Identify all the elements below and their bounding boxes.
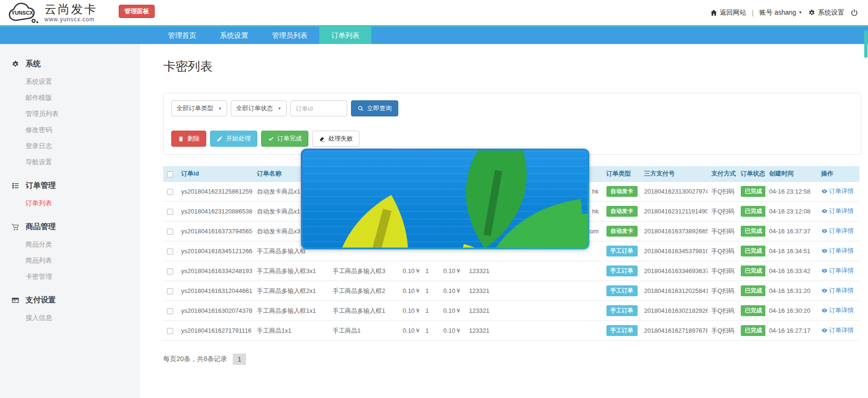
- contact-cell: 123321: [465, 261, 602, 281]
- logout-button[interactable]: [850, 9, 859, 17]
- row-checkbox[interactable]: [167, 189, 173, 195]
- order-detail-link[interactable]: 订单详情: [821, 227, 854, 235]
- search-button[interactable]: 立即查询: [351, 100, 398, 116]
- pay-no-cell: 2018041616334693637: [640, 261, 708, 281]
- action-cell: 订单详情: [817, 221, 859, 241]
- home-icon: [710, 9, 718, 17]
- status-cell: 已完成: [737, 182, 765, 202]
- sidebar-item-login-log[interactable]: 登录日志: [0, 138, 140, 154]
- qty-cell: 1: [421, 281, 438, 301]
- order-type-cell: 手工订单: [603, 241, 640, 261]
- sidebar-item-mail-template[interactable]: 邮件模版: [0, 90, 140, 106]
- row-checkbox[interactable]: [167, 248, 173, 255]
- account-dropdown[interactable]: 账号 ashang ▼: [759, 9, 802, 17]
- pay-way-cell: 手Q扫码: [708, 261, 737, 281]
- row-checkbox[interactable]: [167, 328, 173, 334]
- select-all-checkbox[interactable]: [167, 171, 173, 177]
- pay-way-cell: 手Q扫码: [708, 221, 737, 241]
- col-order-type: 订单类型: [603, 166, 640, 182]
- order-detail-link[interactable]: 订单详情: [821, 286, 854, 295]
- status-cell: 已完成: [737, 281, 765, 301]
- brand-logo[interactable]: YUNSCX 云尚发卡 www.yunscx.com: [7, 1, 97, 24]
- start-processing-button[interactable]: 开始处理: [210, 131, 257, 147]
- order-detail-link[interactable]: 订单详情: [821, 306, 854, 315]
- action-cell: 订单详情: [817, 321, 859, 341]
- list-icon: [11, 182, 19, 190]
- qty-cell: 1: [421, 261, 438, 281]
- pay-no-cell: 2018041616373892665: [640, 221, 708, 241]
- order-detail-label: 订单详情: [829, 326, 854, 335]
- sidebar-item-system-settings[interactable]: 系统设置: [0, 74, 140, 90]
- sidebar-item-product-list[interactable]: 商品列表: [0, 253, 140, 269]
- order-status-select[interactable]: 全部订单状态 ▼: [231, 100, 287, 116]
- sidebar-section-title-system[interactable]: 系统: [0, 55, 140, 74]
- sidebar-item-nav-settings[interactable]: 导航设置: [0, 154, 140, 170]
- pay-no-cell: 2018041616271897678: [640, 321, 708, 341]
- order-type-badge: 自动发卡: [606, 206, 638, 217]
- sidebar-item-card-management[interactable]: 卡密管理: [0, 269, 140, 285]
- order-detail-label: 订单详情: [829, 187, 854, 195]
- back-to-site-link[interactable]: 返回网站: [710, 9, 746, 17]
- row-checkbox[interactable]: [167, 229, 173, 235]
- sidebar-section-title-products[interactable]: 商品管理: [0, 218, 140, 237]
- process-failed-button[interactable]: 处理失败: [312, 131, 359, 147]
- sidebar-item-access-info[interactable]: 接入信息: [0, 310, 140, 326]
- price-cell: 0.10￥: [399, 281, 421, 301]
- nav-tab-admin-list[interactable]: 管理员列表: [260, 27, 319, 44]
- qty-cell: 1: [421, 321, 438, 341]
- order-detail-link[interactable]: 订单详情: [821, 207, 854, 215]
- account-label: 账号 ashang: [759, 9, 796, 17]
- order-complete-button[interactable]: 订单完成: [261, 131, 308, 147]
- sidebar-section-label: 系统: [26, 59, 41, 69]
- page-number-1[interactable]: 1: [233, 354, 246, 365]
- gear-icon: [808, 9, 815, 17]
- status-badge: 已完成: [741, 246, 765, 256]
- action-cell: 订单详情: [817, 261, 859, 281]
- order-detail-link[interactable]: 订单详情: [821, 326, 854, 335]
- order-id-input[interactable]: [290, 100, 347, 116]
- order-type-select-value: 全部订单类型: [176, 104, 213, 113]
- eye-icon: [821, 267, 828, 274]
- qty-cell: 1: [421, 301, 438, 321]
- order-detail-link[interactable]: 订单详情: [821, 247, 854, 255]
- header-actions: 返回网站 | 账号 ashang ▼ 系统设置: [710, 9, 859, 17]
- filter-row: 全部订单类型 ▼ 全部订单状态 ▼ 立即查询: [171, 100, 853, 116]
- nav-tab-order-list[interactable]: 订单列表: [319, 27, 371, 44]
- order-detail-label: 订单详情: [829, 306, 854, 315]
- row-checkbox[interactable]: [167, 308, 173, 314]
- scrollbar-thumb[interactable]: [864, 30, 868, 58]
- chevron-down-icon: ▼: [278, 106, 281, 111]
- status-cell: 已完成: [737, 321, 765, 341]
- col-order-id: 订单id: [177, 166, 253, 182]
- page-title: 卡密列表: [163, 58, 868, 75]
- order-name-cell: 手工商品多输入框3x1: [253, 261, 329, 281]
- system-settings-link[interactable]: 系统设置: [808, 9, 844, 17]
- sidebar-section-title-payment[interactable]: 支付设置: [0, 292, 140, 310]
- sidebar-item-change-password[interactable]: 修改密码: [0, 122, 140, 138]
- pencil-icon: [217, 136, 223, 142]
- order-type-badge: 自动发卡: [606, 226, 638, 237]
- order-detail-link[interactable]: 订单详情: [821, 187, 854, 195]
- order-status-select-value: 全部订单状态: [236, 104, 273, 113]
- row-checkbox[interactable]: [167, 268, 173, 274]
- order-type-badge: 手工订单: [606, 325, 638, 336]
- paid-cell: 0.10￥: [438, 301, 465, 321]
- sidebar-item-admin-list[interactable]: 管理员列表: [0, 106, 140, 122]
- delete-button[interactable]: 删除: [171, 131, 206, 147]
- nav-tab-system-settings[interactable]: 系统设置: [208, 27, 260, 44]
- order-detail-link[interactable]: 订单详情: [821, 266, 854, 275]
- action-cell: 订单详情: [817, 241, 859, 261]
- sidebar-section-title-orders[interactable]: 订单管理: [0, 177, 140, 195]
- nav-tab-dashboard[interactable]: 管理首页: [156, 27, 208, 44]
- sidebar-item-order-list[interactable]: 订单列表: [0, 195, 140, 212]
- status-badge: 已完成: [741, 265, 765, 276]
- created-time-cell: 04-16 16:30:20: [765, 301, 817, 321]
- row-checkbox[interactable]: [167, 288, 173, 294]
- row-checkbox[interactable]: [167, 209, 173, 215]
- pay-way-cell: 手Q扫码: [708, 281, 737, 301]
- eye-icon: [821, 208, 828, 214]
- order-name-cell: 手工商品多输入框1x1: [253, 301, 329, 321]
- order-type-select[interactable]: 全部订单类型 ▼: [171, 100, 227, 116]
- status-badge: 已完成: [741, 226, 765, 237]
- sidebar-item-product-category[interactable]: 商品分类: [0, 237, 140, 253]
